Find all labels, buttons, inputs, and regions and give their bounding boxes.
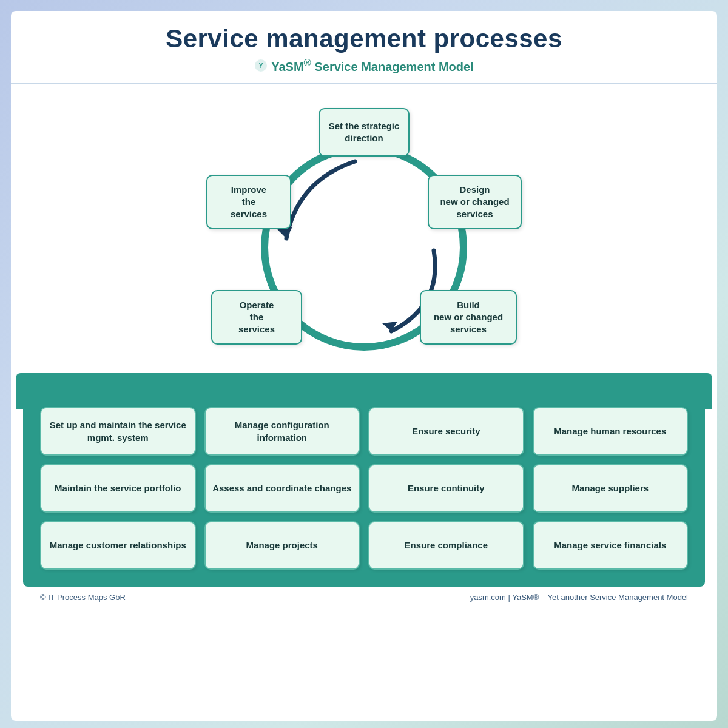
box-assess-changes: Assess and coordinate changes: [204, 464, 360, 513]
page-wrapper: Service management processes Y YaSM® Ser…: [0, 0, 728, 728]
box-set-strategic-direction: Set the strategic direction: [318, 108, 410, 157]
box-manage-hr: Manage human resources: [533, 407, 689, 456]
box-manage-projects: Manage projects: [204, 521, 360, 570]
support-processes-section: Set up and maintain the service mgmt. sy…: [23, 390, 705, 587]
box-ensure-compliance: Ensure compliance: [368, 521, 524, 570]
box-ensure-security: Ensure security: [368, 407, 524, 456]
footer: © IT Process Maps GbR yasm.com | YaSM® –…: [23, 587, 705, 604]
box-ensure-continuity: Ensure continuity: [368, 464, 524, 513]
main-content: Set the strategic direction Designnew or…: [11, 84, 717, 721]
footer-left: © IT Process Maps GbR: [40, 593, 126, 602]
subtitle-text: YaSM® Service Management Model: [271, 57, 474, 74]
page-header: Service management processes Y YaSM® Ser…: [11, 11, 717, 84]
tab-left-decoration: [16, 373, 46, 410]
support-grid: Set up and maintain the service mgmt. sy…: [40, 407, 688, 570]
page-title: Service management processes: [23, 24, 705, 53]
footer-right: yasm.com | YaSM® – Yet another Service M…: [470, 593, 688, 602]
box-manage-config: Manage configuration information: [204, 407, 360, 456]
box-build-services: Buildnew or changedservices: [420, 290, 517, 345]
box-manage-customer: Manage customer relationships: [40, 521, 196, 570]
box-operate-services: Operatetheservices: [211, 290, 302, 345]
subtitle: Y YaSM® Service Management Model: [23, 57, 705, 74]
box-maintain-portfolio: Maintain the service portfolio: [40, 464, 196, 513]
svg-text:Y: Y: [259, 62, 263, 69]
cycle-diagram: Set the strategic direction Designnew or…: [194, 102, 534, 393]
box-manage-suppliers: Manage suppliers: [533, 464, 689, 513]
yasm-logo-icon: Y: [254, 59, 268, 72]
box-manage-financials: Manage service financials: [533, 521, 689, 570]
box-improve-services: Improvetheservices: [206, 175, 291, 229]
box-design-services: Designnew or changedservices: [428, 175, 522, 229]
box-setup-service-mgmt: Set up and maintain the service mgmt. sy…: [40, 407, 196, 456]
tab-right-decoration: [682, 373, 712, 410]
